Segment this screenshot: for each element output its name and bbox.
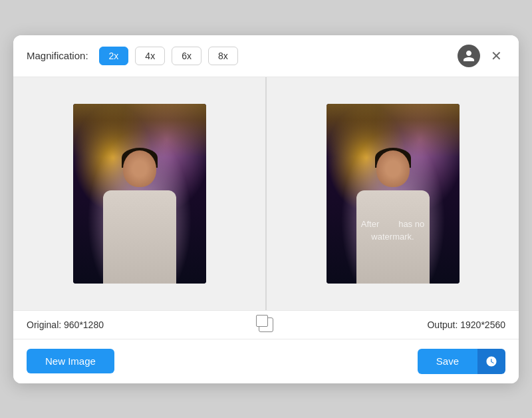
- save-button[interactable]: Save: [418, 349, 477, 374]
- person-body: [103, 190, 176, 284]
- close-button[interactable]: ✕: [487, 47, 505, 65]
- person-figure: [96, 150, 183, 284]
- after-photo: After has nowatermark.: [327, 104, 460, 284]
- mag-btn-6x[interactable]: 6x: [172, 47, 201, 65]
- photo-background: [73, 104, 206, 284]
- copy-icon[interactable]: [259, 317, 273, 332]
- magnification-label: Magnification:: [27, 50, 88, 61]
- footer: New Image Save: [13, 339, 519, 383]
- avatar-icon[interactable]: [458, 45, 480, 67]
- info-bar: Original: 960*1280 Output: 1920*2560: [13, 310, 519, 339]
- clock-icon: [485, 355, 497, 367]
- photo-background-after: After has nowatermark.: [327, 104, 460, 284]
- header: Magnification: 2x 4x 6x 8x ✕: [13, 35, 519, 77]
- mag-btn-2x[interactable]: 2x: [99, 47, 129, 65]
- original-dimensions: Original: 960*1280: [27, 319, 239, 330]
- new-image-button[interactable]: New Image: [27, 349, 114, 373]
- history-button[interactable]: [477, 349, 505, 374]
- app-window: Magnification: 2x 4x 6x 8x ✕: [13, 35, 519, 383]
- person-figure-after: [350, 150, 436, 284]
- save-button-group: Save: [418, 349, 505, 374]
- person-head-after: [376, 150, 410, 187]
- preview-area: After has nowatermark.: [13, 77, 519, 310]
- copy-icon-wrapper[interactable]: [239, 317, 293, 332]
- after-pane: After has nowatermark.: [267, 77, 519, 310]
- original-pane: [13, 77, 267, 310]
- mag-btn-4x[interactable]: 4x: [135, 47, 165, 65]
- person-head: [123, 150, 156, 187]
- output-dimensions: Output: 1920*2560: [293, 319, 505, 330]
- person-body-after: [356, 190, 430, 284]
- original-photo: [73, 104, 206, 284]
- mag-btn-8x[interactable]: 8x: [208, 47, 238, 65]
